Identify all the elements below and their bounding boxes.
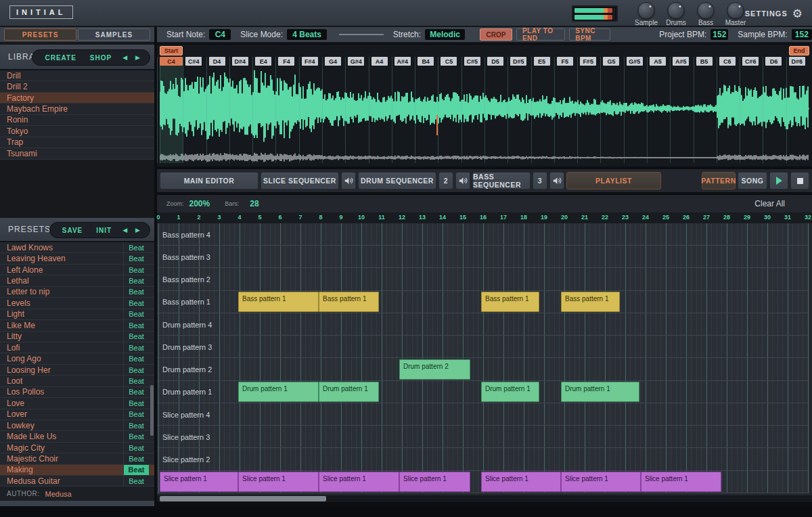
playlist-grid[interactable]: Bass pattern 4Bass pattern 3Bass pattern… [157, 223, 809, 493]
note-label-B5[interactable]: B5 [696, 57, 713, 66]
init-button[interactable]: INIT [89, 227, 118, 234]
drum-pattern-count[interactable]: 2 [438, 172, 453, 189]
preset-item[interactable]: LevelsBeat [0, 298, 154, 309]
note-label-A4[interactable]: A4 [371, 57, 388, 66]
note-label-D5[interactable]: D5 [487, 57, 503, 66]
playlist-timeline[interactable]: 0123456789101112131415161718192021222324… [157, 212, 812, 223]
note-label-F4[interactable]: F4 [278, 57, 294, 66]
preset-item[interactable]: Long AgoBeat [0, 353, 154, 364]
library-item[interactable]: Tokyo [0, 126, 154, 137]
stretch-value[interactable]: Melodic [425, 29, 465, 40]
stop-button[interactable] [790, 172, 809, 189]
preset-item[interactable]: LootBeat [0, 376, 154, 386]
library-item[interactable]: Drill [0, 70, 154, 81]
settings-button[interactable]: SETTINGS ⚙ [745, 0, 803, 27]
clear-all-button[interactable]: Clear All [754, 195, 785, 212]
preset-item[interactable]: LoverBeat [0, 409, 154, 420]
project-bpm-value[interactable]: 152 [710, 29, 728, 40]
tab-presets[interactable]: PRESETS [4, 28, 76, 41]
tab-main-editor[interactable]: MAIN EDITOR [160, 172, 258, 189]
pattern-block[interactable]: Slice pattern 1 [160, 472, 238, 492]
pattern-block[interactable]: Bass pattern 1 [319, 292, 379, 312]
tab-drum-sequencer[interactable]: DRUM SEQUENCER [358, 172, 436, 189]
pattern-block[interactable]: Slice pattern 1 [399, 472, 470, 492]
pattern-block[interactable]: Drum pattern 1 [319, 382, 379, 402]
note-label-A5[interactable]: A5 [650, 57, 666, 66]
create-button[interactable]: CREATE [38, 54, 83, 62]
pattern-block[interactable]: Bass pattern 1 [561, 292, 620, 312]
preset-item[interactable]: LittyBeat [0, 332, 154, 342]
shop-button[interactable]: SHOP [83, 54, 118, 62]
sync-bpm-button[interactable]: SYNC BPM [569, 28, 610, 41]
preset-item[interactable]: Magic CityBeat [0, 443, 154, 453]
library-item[interactable]: Ronin [0, 115, 154, 126]
note-label-Ds6[interactable]: D#6 [789, 57, 805, 66]
tab-samples[interactable]: SAMPLES [78, 28, 150, 41]
note-label-As4[interactable]: A#4 [394, 57, 411, 66]
note-label-C6[interactable]: C6 [719, 57, 736, 66]
drums-knob[interactable] [668, 2, 685, 19]
bars-value[interactable]: 28 [250, 199, 258, 208]
note-label-B4[interactable]: B4 [418, 57, 434, 66]
preset-item[interactable]: LowkeyBeat [0, 420, 154, 431]
hscroll-thumb[interactable] [160, 496, 326, 501]
bass-mute-button[interactable] [549, 172, 564, 189]
note-label-E4[interactable]: E4 [255, 57, 271, 66]
note-label-Cs5[interactable]: C#5 [464, 57, 480, 66]
save-button[interactable]: SAVE [55, 227, 90, 234]
preset-item[interactable]: MakingBeat [0, 465, 154, 476]
pattern-block[interactable]: Slice pattern 1 [641, 472, 721, 492]
note-label-Ds4[interactable]: D#4 [232, 57, 248, 66]
pattern-block[interactable]: Slice pattern 1 [238, 472, 319, 492]
preset-item[interactable]: Made Like UsBeat [0, 431, 154, 442]
play-button[interactable] [769, 172, 788, 189]
preset-item[interactable]: Los PollosBeat [0, 387, 154, 398]
preset-item[interactable]: Left AloneBeat [0, 265, 154, 275]
song-mode-button[interactable]: SONG [738, 172, 767, 189]
pattern-block[interactable]: Drum pattern 2 [399, 359, 470, 380]
note-label-Cs4[interactable]: C#4 [185, 57, 202, 66]
pattern-mode-button[interactable]: PATTERN [702, 172, 736, 189]
library-item[interactable]: Trap [0, 137, 154, 148]
tab-bass-sequencer[interactable]: BASS SEQUENCER [472, 172, 531, 189]
tab-playlist[interactable]: PLAYLIST [566, 172, 661, 189]
note-label-C4[interactable]: C4 [160, 57, 183, 66]
preset-item[interactable]: LofiBeat [0, 342, 154, 353]
end-marker[interactable]: End [789, 46, 809, 55]
preset-next-icon[interactable]: ▶ [131, 227, 144, 233]
note-label-Cs6[interactable]: C#6 [742, 57, 759, 66]
pattern-block[interactable]: Slice pattern 1 [481, 472, 561, 492]
preset-item[interactable]: Majestic ChoirBeat [0, 453, 154, 464]
crop-button[interactable]: CROP [480, 28, 512, 41]
note-label-Gs5[interactable]: G#5 [627, 57, 643, 66]
pattern-block[interactable]: Drum pattern 1 [481, 382, 539, 402]
master-knob[interactable] [727, 2, 744, 19]
library-next-icon[interactable]: ▶ [131, 54, 144, 61]
library-item[interactable]: Factory [0, 93, 154, 104]
note-label-E5[interactable]: E5 [534, 57, 550, 66]
pattern-block[interactable]: Slice pattern 1 [319, 472, 399, 492]
note-label-Ds5[interactable]: D#5 [510, 57, 526, 66]
preset-item[interactable]: LightBeat [0, 309, 154, 320]
bass-knob[interactable] [698, 2, 715, 19]
library-item[interactable]: Tsunami [0, 148, 154, 159]
note-label-D4[interactable]: D4 [209, 57, 225, 66]
note-label-Gs4[interactable]: G#4 [348, 57, 364, 66]
pattern-block[interactable]: Bass pattern 1 [238, 292, 319, 312]
note-label-C5[interactable]: C5 [441, 57, 457, 66]
preset-scrollbar[interactable] [150, 385, 154, 436]
pattern-block[interactable]: Bass pattern 1 [481, 292, 539, 312]
pattern-block[interactable]: Drum pattern 1 [238, 382, 319, 402]
start-marker[interactable]: Start [160, 46, 183, 55]
tab-slice-sequencer[interactable]: SLICE SEQUENCER [261, 172, 339, 189]
note-label-F5[interactable]: F5 [557, 57, 573, 66]
preset-item[interactable]: Leaving HeavenBeat [0, 253, 154, 264]
bass-pattern-count[interactable]: 3 [533, 172, 547, 189]
preset-item[interactable]: Like MeBeat [0, 320, 154, 331]
pattern-block[interactable]: Drum pattern 1 [561, 382, 639, 402]
waveform-panel[interactable]: Start End C4C#4D4D#4E4F4F#4G4G#4A4A#4B4C… [157, 45, 812, 166]
play-to-end-button[interactable]: PLAY TO END [516, 28, 565, 41]
note-label-As5[interactable]: A#5 [673, 57, 689, 66]
library-item[interactable]: Drill 2 [0, 81, 154, 92]
sample-knob[interactable] [638, 2, 655, 19]
